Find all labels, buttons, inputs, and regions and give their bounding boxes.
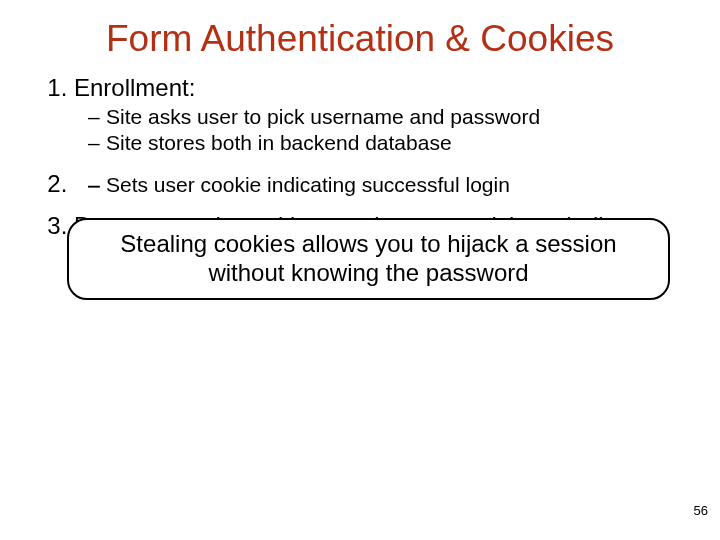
item-1-bullet-1: Site asks user to pick username and pass… — [92, 104, 674, 130]
item-2-sub: Sets user cookie indicating successful l… — [74, 172, 674, 198]
item-1-lead: Enrollment: — [74, 74, 195, 101]
item-2: Sets user cookie indicating successful l… — [74, 170, 674, 198]
slide-title: Form Authentication & Cookies — [46, 18, 674, 60]
callout-line-2: without knowing the password — [208, 259, 528, 288]
item-2-bullet-3: Sets user cookie indicating successful l… — [92, 172, 674, 198]
page-number: 56 — [694, 503, 708, 518]
callout-bubble: Stealing cookies allows you to hijack a … — [67, 218, 670, 300]
callout-line-1: Stealing cookies allows you to hijack a … — [120, 230, 616, 259]
item-1-sub: Site asks user to pick username and pass… — [74, 104, 674, 157]
item-1: Enrollment: Site asks user to pick usern… — [74, 74, 674, 156]
item-1-bullet-2: Site stores both in backend database — [92, 130, 674, 156]
slide: Form Authentication & Cookies Enrollment… — [0, 0, 720, 540]
